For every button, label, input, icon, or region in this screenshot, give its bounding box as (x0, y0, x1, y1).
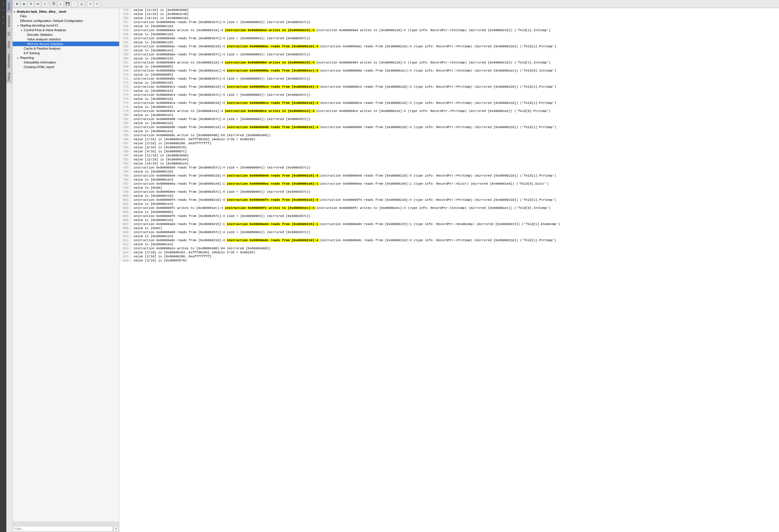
line-number-62: 816 (119, 258, 131, 262)
tab-analyses[interactable]: Analyses (6, 13, 12, 29)
line-code-21: instruction 0x800009c4 reads from [0xd00… (131, 93, 779, 97)
tree-item-5[interactable]: Decoder Statistics (13, 32, 119, 37)
toolbar-btn-settings[interactable]: ⚙ (14, 1, 20, 7)
line-code-62: value [3/16] is [0xd0003578] (131, 258, 779, 262)
line-number-58: 812 (119, 242, 131, 246)
table-row: 812 value is [0xd00001e4] (119, 242, 779, 246)
line-code-9: instruction 0x800009ac reads from [0xd00… (131, 45, 779, 49)
toolbar-btn-arrow[interactable]: ↗ (42, 1, 48, 7)
toolbar: ⚙ ◉ ≡ Aa ↗ ☰ ✏ 💾 ⚡ ↺ ↩ ↪ (13, 0, 779, 8)
tree-item-1[interactable]: Files (13, 14, 119, 18)
table-row: 814 value [1/16] is [0x000d0193..0xfffd0… (119, 250, 779, 254)
table-row: 785 instruction 0x800009dc writes to [0x… (119, 133, 779, 137)
icon-bar-item-4[interactable]: ▪ (0, 20, 6, 26)
icon-bar-item-3[interactable]: ▪ (0, 14, 6, 20)
table-row: 788 value [3/16] is [0xd0003578] (119, 145, 779, 150)
toolbar-btn-undo[interactable]: ↩ (87, 1, 94, 7)
toolbar-btn-edit[interactable]: ✏ (57, 1, 64, 7)
line-number-10: 764 (119, 49, 131, 53)
line-code-16: value is [0x00000005] (131, 73, 779, 77)
line-number-47: 801 (119, 198, 131, 202)
line-number-23: 777 (119, 101, 131, 105)
table-row: 779 instruction 0x800009ce writes to [0x… (119, 109, 779, 113)
icon-bar-item-2[interactable]: ▪ (0, 7, 6, 13)
toolbar-btn-bolt[interactable]: ⚡ (71, 1, 78, 7)
line-code-42: value is [0xd00001e4] (131, 178, 779, 182)
type-info-highlight: instruction 0x800009ba reads from [0xd00… (227, 69, 320, 72)
table-row: 792 value [16/16] is [0xd00001e4] (119, 162, 779, 166)
line-code-29: instruction 0x800009d6 reads from [0xd00… (131, 125, 779, 129)
table-row: 762 value is [0xd0000210] (119, 40, 779, 45)
line-code-12: value is [0xd0000210] (131, 57, 779, 61)
main-container: ⚙ ◉ ≡ Aa ↗ ☰ ✏ 💾 ⚡ ↺ ↩ ↪ ▾ Analysis task… (13, 0, 779, 532)
tree-item-7[interactable]: Memory Access Statistics (13, 42, 119, 46)
content-area: ▾ Analysis task_10ms_dhry__wcet Files Ef… (13, 8, 779, 532)
table-row: 809 instruction 0x80000a06 reads from [0… (119, 230, 779, 234)
table-row: 773 instruction 0x800009c2 reads from [0… (119, 85, 779, 89)
tree-item-11[interactable]: Infeasibility Information (13, 60, 119, 65)
line-number-29: 783 (119, 125, 131, 129)
side-panel: Home Analyses f(x) Setup Information Deb… (6, 0, 13, 532)
line-code-33: value [2/16] is [0x00000200..0xaffffffff… (131, 141, 779, 145)
line-code-23: instruction 0x800009ca reads from [0xd00… (131, 101, 779, 105)
tree-content[interactable]: ▾ Analysis task_10ms_dhry__wcet Files Ef… (13, 8, 119, 522)
filter-dropdown-btn[interactable]: ▾ (113, 526, 119, 531)
code-content[interactable]: 754 value [11/16] is [0xd0003580]755 val… (119, 8, 779, 532)
tree-item-12[interactable]: Creating HTML report (13, 65, 119, 69)
table-row: 797 instruction 0x800009ea reads from [0… (119, 182, 779, 186)
table-row: 808 value is [0x02] (119, 226, 779, 230)
tree-hscroll[interactable] (13, 522, 119, 525)
table-row: 756 value [16/16] is [0xd0000210] (119, 16, 779, 20)
line-code-0: value [11/16] is [0xd0003580] (131, 8, 779, 12)
tab-debug[interactable]: Debug (6, 70, 12, 83)
table-row: 804 value is [0x00000006] (119, 210, 779, 214)
toolbar-btn-save[interactable]: 💾 (64, 1, 71, 7)
tab-home[interactable]: Home (6, 0, 12, 13)
line-number-33: 787 (119, 141, 131, 145)
line-code-36: value [11/16] is [0xd0003580] (131, 154, 779, 158)
line-number-21: 775 (119, 93, 131, 97)
line-code-55: instruction 0x80000a06 reads from [0xd00… (131, 230, 779, 234)
table-row: 770 value is [0x00000005] (119, 73, 779, 77)
line-number-46: 800 (119, 194, 131, 198)
line-number-6: 760 (119, 32, 131, 36)
tree-item-6[interactable]: Value analyzer statistics (13, 37, 119, 42)
line-code-11: instruction 0x800009ae reads from [0xd00… (131, 53, 779, 57)
toolbar-btn-list[interactable]: ≡ (28, 1, 34, 7)
table-row: 768 value is [0x00000005] (119, 65, 779, 69)
separator-1 (49, 1, 49, 7)
line-number-5: 759 (119, 28, 131, 32)
table-row: 767 instruction 0x800009b4 writes to [0x… (119, 61, 779, 65)
tree-item-3[interactable]: ▾ Starting decoding round #1 (13, 23, 119, 28)
line-number-11: 765 (119, 53, 131, 57)
toolbar-btn-redo[interactable]: ↪ (94, 1, 101, 7)
line-number-27: 781 (119, 117, 131, 121)
table-row: 790 value [11/16] is [0xd0003580] (119, 154, 779, 158)
tree-item-8[interactable]: Cache & Pipeline Analysis (13, 46, 119, 51)
tab-information[interactable]: Information (6, 51, 12, 70)
icon-bar-item-1[interactable]: ▪ (0, 1, 6, 7)
line-number-9: 763 (119, 45, 131, 49)
table-row: 799 instruction 0x800009ee reads from [0… (119, 190, 779, 194)
toolbar-btn-font[interactable]: Aa (35, 1, 41, 7)
line-code-5: instruction 0x800009a4 writes to [0xd000… (131, 28, 779, 32)
line-code-4: value is [0xd0000210] (131, 24, 779, 28)
line-code-19: instruction 0x800009c2 reads from [0xd00… (131, 85, 779, 89)
table-row: 765 instruction 0x800009ae reads from [0… (119, 53, 779, 57)
toolbar-btn-refresh[interactable]: ↺ (78, 1, 84, 7)
tree-item-10[interactable]: ▾ Reporting (13, 55, 119, 60)
table-row: 794 value is [0xd0000210] (119, 170, 779, 174)
tree-item-9[interactable]: ILP Solving (13, 51, 119, 55)
tab-setup[interactable]: Setup (6, 38, 12, 51)
tree-item-2[interactable]: Effective configuration: Default Configu… (13, 18, 119, 23)
table-row: 775 instruction 0x800009c4 reads from [0… (119, 93, 779, 97)
tree-item-0[interactable]: ▾ Analysis task_10ms_dhry__wcet (13, 9, 119, 14)
table-row: 778 value is [0xd00001e4] (119, 105, 779, 109)
tree-item-4[interactable]: ▾ Control-Flow & Value Analysis (13, 28, 119, 32)
line-code-31: instruction 0x800009dc writes to [0xd000… (131, 133, 779, 137)
filter-input[interactable] (13, 526, 113, 531)
type-info-highlight: instruction 0x800009ac reads from [0xd00… (227, 45, 320, 48)
toolbar-btn-chart[interactable]: ◉ (21, 1, 27, 7)
tab-fx[interactable]: f(x) (6, 29, 12, 38)
toolbar-btn-checklist[interactable]: ☰ (51, 1, 57, 7)
